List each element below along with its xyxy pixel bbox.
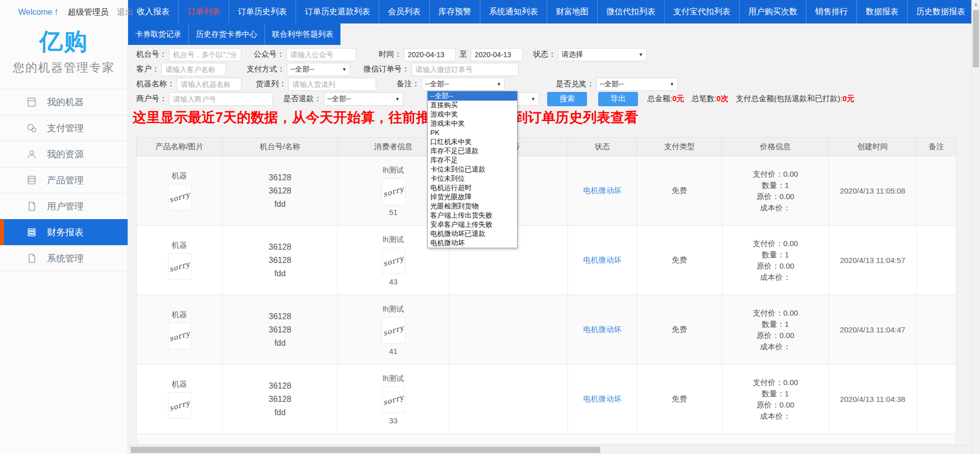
tab-order-history[interactable]: 订单历史列表 [229, 0, 296, 23]
sidebar-item-payment[interactable]: 支付管理 [0, 115, 128, 141]
channel-input[interactable] [288, 78, 376, 91]
order-row: 机器sorry 3612836128fdd lh测试sorry41 电机微动坏 … [137, 295, 957, 365]
remark-cell [917, 156, 957, 226]
gzh-input[interactable] [286, 48, 356, 61]
date-from-input[interactable] [404, 48, 456, 61]
horizontal-scrollbar[interactable] [128, 445, 971, 454]
consumer-name: lh测试 [383, 235, 404, 245]
dropdown-option[interactable]: 游戏未中奖 [428, 119, 517, 128]
dropdown-option[interactable]: 口红机未中奖 [428, 137, 517, 147]
status-link[interactable]: 电机微动坏 [583, 394, 622, 403]
report-layers-icon [26, 226, 38, 238]
sidebar-item-resources[interactable]: 我的资源 [0, 141, 128, 167]
filter-panel: 机台号： 公众号： 时间： 至 状态： 请选择▼ 客户： [128, 45, 971, 106]
merchant-label: 商户号： [136, 94, 167, 104]
tab-wechat-debit[interactable]: 微信代扣列表 [598, 0, 665, 23]
sidebar-item-my-machines[interactable]: 我的机器 [0, 89, 128, 115]
dropdown-option[interactable]: 卡位未到位已退款 [428, 165, 517, 174]
tab-data-report[interactable]: 数据报表 [857, 0, 908, 23]
machine-no-input[interactable] [169, 48, 241, 61]
sidebar-item-users[interactable]: 用户管理 [0, 193, 128, 219]
dropdown-option[interactable]: 库存不足已退款 [428, 147, 517, 156]
status-link[interactable]: 电机微动坏 [583, 325, 622, 333]
tab-stock-alert[interactable]: 库存预警 [430, 0, 480, 23]
username: 超级管理员 [68, 8, 109, 16]
filter-row-4: 商户号： 是否退款： --全部--▼ --全部--▼ 搜索 导出 总金额:0元 … [136, 91, 971, 106]
status-link[interactable]: 电机微动坏 [583, 186, 622, 195]
sidebar-item-products[interactable]: 产品管理 [0, 167, 128, 193]
customer-input[interactable] [161, 63, 226, 76]
sidebar-item-label: 支付管理 [47, 122, 84, 134]
vertical-scrollbar-thumb[interactable] [973, 10, 979, 67]
table-header-row: 产品名称/图片 机台号/名称 消费者信息 订单号 状态 支付类型 价格信息 创建… [137, 138, 957, 156]
document-icon [26, 252, 38, 265]
tab-members[interactable]: 会员列表 [379, 0, 430, 23]
tab-income-report[interactable]: 收入报表 [128, 0, 179, 23]
vertical-scrollbar[interactable]: ▲ [971, 0, 980, 454]
tab-alipay-debit[interactable]: 支付宝代扣列表 [665, 0, 740, 23]
orders-table-wrap: 产品名称/图片 机台号/名称 消费者信息 订单号 状态 支付类型 价格信息 创建… [136, 137, 956, 434]
orders-table: 产品名称/图片 机台号/名称 消费者信息 订单号 状态 支付类型 价格信息 创建… [136, 137, 957, 434]
sidebar-item-finance-reports[interactable]: 财务报表 [0, 219, 128, 245]
refund-label: 是否退款： [283, 94, 322, 104]
sidebar-item-label: 我的机器 [47, 96, 84, 108]
pay-method-select[interactable]: --全部--▼ [287, 63, 350, 76]
dropdown-option[interactable]: 电机微动坏 [428, 238, 517, 248]
consumer-number: 43 [389, 277, 398, 286]
sidebar-item-label: 用户管理 [47, 200, 84, 212]
tab-system-notices[interactable]: 系统通知列表 [480, 0, 547, 23]
tab-history-coupon-center[interactable]: 历史存货卡券中心 [189, 23, 265, 45]
broken-image-placeholder: sorry [168, 323, 191, 349]
sidebar-item-system[interactable]: 系统管理 [0, 245, 128, 271]
export-button[interactable]: 导出 [598, 92, 638, 106]
app-window: Welcome！ 超级管理员 退出 亿购 您的机器管理专家 我的机器 支付管理 [0, 0, 980, 454]
dropdown-option[interactable]: 游戏中奖 [428, 110, 517, 119]
main-area: 收入报表 订单列表 订单历史列表 订单历史退款列表 会员列表 库存预警 系统通知… [128, 0, 971, 454]
dropdown-option[interactable]: --全部-- [428, 91, 517, 101]
search-button[interactable]: 搜索 [547, 92, 587, 106]
tab-user-purchases[interactable]: 用户购买次数 [740, 0, 806, 23]
tab-coupon-pickup-log[interactable]: 卡券取货记录 [128, 23, 189, 45]
tab-sales-rank[interactable]: 销售排行 [806, 0, 857, 23]
wx-order-input[interactable] [411, 63, 519, 76]
tab-order-history-refund[interactable]: 订单历史退款列表 [296, 0, 379, 23]
channel-label: 货道列： [256, 79, 286, 89]
tab-history-data-report[interactable]: 历史数据报表 [908, 0, 971, 23]
tab-order-list[interactable]: 订单列表 [179, 0, 229, 23]
status-link[interactable]: 电机微动坏 [583, 255, 622, 264]
caret-down-icon: ▼ [395, 97, 400, 102]
horizontal-scrollbar-thumb[interactable] [131, 447, 600, 453]
tab-wealth-map[interactable]: 财富地图 [547, 0, 598, 23]
dropdown-option[interactable]: 电机运行超时 [428, 183, 517, 193]
total-count-value: 0次 [717, 94, 728, 103]
dropdown-option[interactable]: PK [428, 128, 517, 137]
dropdown-option[interactable]: 掉货光眼故障 [428, 193, 517, 202]
dropdown-option[interactable]: 客户端上传出货失败 [428, 211, 517, 220]
dropdown-option[interactable]: 直接购买 [428, 101, 517, 110]
dropdown-option[interactable]: 库存不足 [428, 156, 517, 165]
machine-id: 36128 [223, 171, 337, 184]
remark-select[interactable]: --全部--▼ [422, 78, 505, 91]
tab-unilever-quiz[interactable]: 联合利华答题列表 [265, 23, 340, 45]
status-select[interactable]: 请选择▼ [558, 48, 647, 61]
created-time: 2020/4/13 11:04:38 [829, 365, 917, 434]
product-name: 机器 [172, 310, 187, 320]
date-to-input[interactable] [471, 48, 523, 61]
machine-id: 36128 [223, 310, 337, 323]
order-row: 机器sorry 3612836128fdd lh测试sorry33 电机微动坏 … [137, 365, 957, 434]
scroll-up-arrow-icon[interactable]: ▲ [972, 2, 980, 7]
merchant-input[interactable] [169, 92, 273, 106]
dropdown-option[interactable]: 安卓客户端上传失败 [428, 220, 517, 229]
total-count-label: 总笔数: [692, 94, 717, 103]
status-label: 状态： [533, 50, 556, 59]
refund-select[interactable]: --全部--▼ [324, 92, 403, 106]
dropdown-option[interactable]: 卡位未到位 [428, 174, 517, 183]
redeem-select[interactable]: --全部--▼ [596, 78, 678, 91]
caret-down-icon: ▼ [670, 82, 674, 87]
order-row: 机器sorry 3612836128fdd lh测试sorry51 电机微动坏 … [137, 156, 957, 226]
time-label: 时间： [379, 50, 402, 59]
dropdown-option[interactable]: 光眼检测到货物 [428, 202, 517, 211]
machine-name-input[interactable] [177, 78, 241, 91]
dropdown-option[interactable]: 电机微动坏已退款 [428, 229, 517, 238]
logout-link[interactable]: 退出 [117, 8, 133, 16]
